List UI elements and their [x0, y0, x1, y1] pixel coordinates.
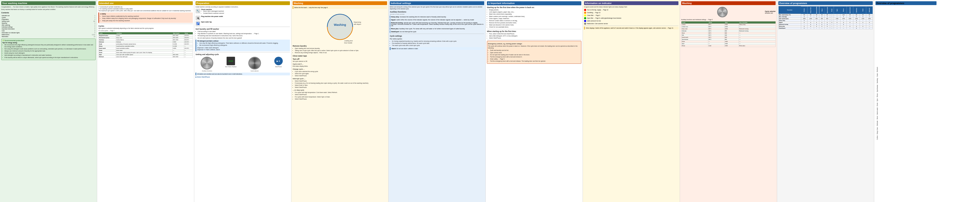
- cycle-selector-info: Cycle selector sensitive and: [765, 10, 776, 14]
- cycle-aux: Delicate: [116, 41, 172, 43]
- startup-item: Lock zippers (zippers, paper clips, etc.…: [489, 11, 581, 13]
- contents-item-page: 8: [78, 30, 95, 32]
- overview-cell: 1400: [853, 18, 860, 20]
- laundry-item: Fill washing load and manufacturer's ins…: [198, 35, 290, 37]
- panel-washing: Washing Before the first wash — only thi…: [291, 0, 388, 202]
- aux-item: Signal: switch off/on the volume of the …: [390, 19, 484, 21]
- setting-aux: —: [739, 34, 775, 36]
- overview-cell: ●: [808, 24, 814, 26]
- cycle-aux: drain water: [116, 49, 172, 51]
- change-item: If you have selected the wrong cycle:: [295, 71, 387, 72]
- panel10-title: Overview of programmes: [875, 1, 937, 5]
- cycle-name: Delicate: [99, 41, 116, 43]
- indicator-row: Turn on the tap, supply → Page 10: [584, 9, 678, 11]
- turn-off-text: Set cycle selector to Off.: [293, 61, 387, 63]
- setting-aux: —: [739, 38, 775, 40]
- col-temp: Temp: [708, 21, 724, 24]
- col-temp: Temp: [184, 32, 192, 35]
- select-start-pause[interactable]: ▶ Select Start/Pause: [196, 76, 290, 78]
- dispenser-item: We recommend (high efficiency) detergent…: [199, 44, 289, 46]
- cycle-selector-knob[interactable]: [717, 7, 728, 18]
- setting-spin: 1400: [724, 45, 739, 47]
- dispensing-label2-svg: with dispensers I, II: [353, 24, 361, 25]
- setting-aux: Reduced ironing: [739, 28, 775, 30]
- overview-cell: ●: [824, 26, 830, 27]
- overview-cell: ●: [824, 22, 830, 24]
- overview-cell: ●: [860, 22, 866, 24]
- contents-row: Intended use1: [1, 14, 95, 16]
- contents-item-page: 9: [78, 32, 95, 34]
- dispensers-list: Use only HE (high efficiency) detergents…: [197, 42, 289, 46]
- env-tip: Avoid using too much detergent.: [5, 52, 95, 54]
- cycle-spin: 0-1400: [172, 45, 184, 47]
- overview-cell: 8: [840, 16, 847, 18]
- overview-cell: 8: [801, 16, 808, 18]
- cycle-aux: pretreating of heavily stained items: [116, 43, 172, 45]
- overview-cell: —: [840, 27, 847, 29]
- contents-item-label: Important information: [1, 28, 78, 30]
- setting-temp: Cold: [708, 45, 724, 47]
- aux-item-desc: do not interrupt the cycle: [400, 31, 417, 32]
- cycle-name: Soak: [99, 43, 116, 45]
- first-use-list: First, select Cotton/Hot and Start/Pause…: [487, 33, 581, 39]
- overview-cell: 40: [860, 14, 866, 16]
- aux-subtitle: use also to cycle overview: [390, 13, 484, 15]
- overview-cell: ●: [814, 24, 819, 26]
- overview-scroll-container[interactable]: Function Cotton Easy-Care Delicate/Silk …: [778, 6, 873, 197]
- overview-cell: ○: [814, 20, 819, 22]
- startup-item: Wash curtains (net coverings, curtains, …: [489, 16, 581, 18]
- start-pause-button[interactable]: [274, 57, 283, 65]
- cycle-spin: 200-1200: [172, 37, 184, 39]
- step-plug-text: Plug machine into power outlet: [201, 16, 290, 17]
- cycle-temp: 60-90°C: [184, 39, 192, 41]
- overview-cell: 1400: [866, 18, 873, 20]
- overview-cell: ●: [847, 22, 853, 24]
- start-pause-section: Start/Pause: [267, 56, 290, 72]
- panel4-title: Washing: [293, 1, 387, 5]
- interrupt-list: Select Start/Pause.If necessary (e.g. Do…: [293, 80, 387, 88]
- settings-row: Spin—1400—: [681, 43, 776, 45]
- contents-item-label: Individual settings: [1, 26, 78, 28]
- cycle-selector-section: Cycle selector: [243, 56, 266, 72]
- intro-text2: Every machine that leaves our factory is…: [1, 9, 95, 11]
- contents-row: Information on indicator lights9: [1, 32, 95, 34]
- cycle-temp: —: [184, 54, 192, 56]
- indicator-dot: [584, 14, 586, 16]
- setting-temp: 95°C: [708, 24, 724, 26]
- aux-knob[interactable]: [200, 57, 213, 69]
- aux-item-desc: switch off/on the volume of the indicato…: [396, 19, 474, 21]
- setting-spin: 1200: [724, 26, 739, 28]
- overview-cell: ○: [814, 27, 819, 29]
- indicator-label: Turn on the tap, supply → Page 10: [587, 9, 608, 11]
- emergency-box: Emergency unlock, e.g. during power outa…: [487, 41, 581, 64]
- change-cycle-heading: Change cycle ...: [293, 68, 387, 70]
- overview-cell: cold: [840, 14, 847, 16]
- overview-cell: 40: [814, 14, 819, 16]
- starch-box: Starch: Do not use starch: softener or s…: [390, 47, 484, 50]
- overview-cell: —: [834, 20, 840, 22]
- cycle-spin: 200-1400: [172, 35, 184, 37]
- cycle-row: Sanitarysturdy fabrics200-140060-90°C: [99, 39, 193, 41]
- overview-cell: ○: [808, 27, 814, 29]
- overview-cell: 1200: [808, 18, 814, 20]
- col-cycle: Cycle: [99, 32, 116, 35]
- setting-spin: 1400: [724, 24, 739, 26]
- overview-cell: ●: [801, 26, 808, 27]
- contents-row: Malfunctions11/12: [1, 34, 95, 35]
- indicator-row: water pressure too low: [584, 20, 678, 22]
- cycle-row: Refreshextra rinse with spin200-1400—: [99, 56, 193, 58]
- contents-row: Preparation2: [1, 18, 95, 20]
- cycle-knob[interactable]: [248, 57, 261, 69]
- overview-cell: ●: [847, 26, 853, 27]
- change-item: Select Start/Pause.: [295, 75, 387, 77]
- aux-item-desc: Auxiliary rinse cycle. For areas with ve…: [399, 28, 465, 29]
- panel-preparation: Preparation Install machine correctly ac…: [194, 0, 291, 202]
- emergency-text: The cycle will continue when the power i…: [488, 45, 580, 49]
- contents-table: Intended use1Cycles1Preparation2Setting …: [1, 14, 95, 37]
- env-tip: Not using HE detergent could cause probl…: [5, 48, 95, 50]
- close-water-heading: Close water taps: [293, 55, 387, 57]
- col-aux-func: Aux. function: [739, 21, 775, 24]
- panel5-title: Individual settings: [390, 1, 484, 5]
- check-items-list: Never start a damaged machine!Contact Bo…: [201, 10, 290, 14]
- cycle-row: Spinextra spin with variable speed200-14…: [99, 54, 193, 56]
